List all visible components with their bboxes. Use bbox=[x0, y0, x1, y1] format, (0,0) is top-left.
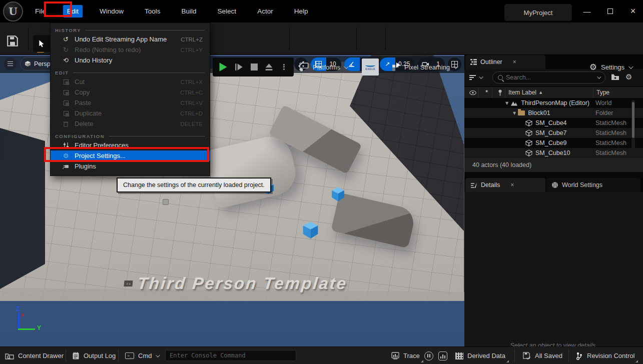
menu-item-delete[interactable]: Delete DELETE bbox=[51, 118, 210, 129]
outliner-row-mesh[interactable]: SM_Cube10 StaticMesh bbox=[464, 148, 643, 158]
maximize-button[interactable] bbox=[605, 7, 615, 16]
content-drawer-button[interactable]: Content Drawer bbox=[5, 347, 64, 364]
status-bar: Content Drawer Output Log >_ Cmd Trace D bbox=[0, 346, 643, 364]
outliner-filter-button[interactable] bbox=[469, 75, 482, 80]
sort-ascending-icon: ▲ bbox=[539, 90, 542, 94]
derived-data-icon bbox=[455, 352, 463, 360]
undo-history-icon: ⟲ bbox=[62, 56, 70, 64]
pixel-streaming-button[interactable]: Pixel Streaming bbox=[392, 58, 457, 76]
stop-button[interactable] bbox=[251, 64, 258, 70]
settings-label: Settings bbox=[601, 64, 624, 71]
menu-tools[interactable]: Tools bbox=[141, 5, 165, 18]
menu-item-cut[interactable]: Cut CTRL+X bbox=[51, 76, 210, 87]
play-button[interactable] bbox=[219, 62, 228, 72]
outliner-search[interactable] bbox=[492, 72, 605, 84]
outliner-scrollbar[interactable] bbox=[631, 100, 635, 155]
eject-button[interactable] bbox=[265, 63, 273, 71]
details-icon bbox=[470, 182, 477, 188]
platforms-button[interactable]: Platforms bbox=[298, 58, 347, 76]
content-drawer-icon bbox=[5, 352, 14, 360]
menu-select[interactable]: Select bbox=[214, 5, 241, 18]
menu-item-undo[interactable]: ↺ Undo Edit Streaming App Name CTRL+Z bbox=[51, 34, 210, 44]
settings-button[interactable]: ⚙ Settings bbox=[589, 58, 632, 76]
save-button[interactable] bbox=[6, 34, 19, 50]
details-panel-body: Select an object to view details. bbox=[464, 192, 643, 346]
project-tab[interactable]: MyProject bbox=[504, 4, 572, 21]
cube-icon bbox=[525, 120, 532, 126]
type-column-header[interactable]: Type bbox=[593, 87, 643, 98]
globe-icon bbox=[551, 182, 558, 188]
derived-data-button[interactable]: Derived Data bbox=[455, 347, 505, 364]
trace-button[interactable]: Trace bbox=[391, 347, 420, 364]
revision-control-button[interactable]: Revision Control bbox=[575, 347, 634, 364]
cmd-selector[interactable]: >_ Cmd bbox=[125, 347, 159, 364]
outliner-row-mesh[interactable]: SM_Cube9 StaticMesh bbox=[464, 138, 643, 148]
menu-actor[interactable]: Actor bbox=[253, 5, 277, 18]
menu-help[interactable]: Help bbox=[290, 5, 312, 18]
pin-column-header[interactable] bbox=[492, 87, 505, 98]
undo-icon: ↺ bbox=[62, 36, 70, 43]
cube-icon bbox=[525, 150, 532, 156]
tab-details[interactable]: Details × bbox=[465, 178, 545, 192]
menu-build[interactable]: Build bbox=[178, 5, 201, 18]
menu-item-redo[interactable]: ↻ Redo (Nothing to redo) CTRL+Y bbox=[51, 44, 210, 55]
chevron-down-icon bbox=[156, 353, 160, 357]
viewport-menu-button[interactable] bbox=[4, 58, 17, 70]
menu-item-paste[interactable]: Paste CTRL+V bbox=[51, 98, 210, 108]
favorite-column-header[interactable]: * bbox=[478, 87, 492, 98]
paste-icon bbox=[62, 100, 70, 106]
outliner-row-folder[interactable]: ▼ Block01 Folder bbox=[464, 108, 643, 118]
outliner-row-world[interactable]: ▼ ThirdPersonMap (Editor) World bbox=[464, 98, 643, 108]
menu-item-plugins[interactable]: Plugins bbox=[51, 161, 210, 172]
step-frame-button[interactable] bbox=[235, 63, 244, 71]
pixel-streaming-icon bbox=[392, 62, 401, 72]
outliner-column-header: * Item Label ▲ Type bbox=[464, 87, 643, 98]
menu-file[interactable]: File bbox=[31, 5, 50, 18]
eagle-plugin-button[interactable]: EAGLE bbox=[362, 58, 379, 76]
select-mode-button[interactable] bbox=[33, 35, 50, 52]
outliner-row-mesh[interactable]: SM_Cube4 StaticMesh bbox=[464, 118, 643, 128]
right-panel: Outliner × ⚙ bbox=[464, 55, 643, 346]
menu-item-editor-preferences[interactable]: Editor Preferences bbox=[51, 140, 210, 150]
duplicate-icon bbox=[62, 111, 70, 116]
play-options-button[interactable]: ⋮ bbox=[280, 62, 288, 72]
save-check-icon bbox=[522, 352, 531, 360]
window-controls: — × bbox=[582, 0, 638, 22]
insights-meter-button[interactable] bbox=[438, 347, 447, 364]
item-label-column-header[interactable]: Item Label ▲ bbox=[505, 87, 593, 98]
close-button[interactable]: × bbox=[628, 6, 638, 16]
search-input[interactable] bbox=[506, 74, 594, 81]
menu-item-project-settings[interactable]: ⚙ Project Settings... bbox=[51, 150, 210, 161]
close-tab-icon[interactable]: × bbox=[513, 58, 516, 66]
expander-icon[interactable]: ▼ bbox=[513, 111, 516, 116]
editor-preferences-icon bbox=[62, 142, 70, 148]
all-saved-button[interactable]: All Saved bbox=[522, 347, 562, 364]
menu-edit[interactable]: Edit bbox=[63, 5, 83, 18]
visibility-column-header[interactable] bbox=[464, 87, 478, 98]
outliner-row-mesh[interactable]: SM_Cube7 StaticMesh bbox=[464, 128, 643, 138]
tab-world-settings[interactable]: World Settings bbox=[546, 178, 640, 192]
close-tab-icon[interactable]: × bbox=[510, 182, 514, 188]
tab-outliner[interactable]: Outliner × bbox=[465, 55, 545, 69]
output-log-button[interactable]: Output Log bbox=[72, 347, 116, 364]
maximize-icon bbox=[607, 8, 613, 14]
outliner-tree: ▼ ThirdPersonMap (Editor) World ▼ Block0… bbox=[464, 98, 643, 158]
menu-section-edit: EDIT bbox=[51, 68, 210, 76]
minimize-button[interactable]: — bbox=[582, 7, 592, 16]
cursor-icon bbox=[38, 40, 45, 48]
eye-icon bbox=[469, 90, 476, 95]
angle-icon bbox=[348, 61, 355, 68]
expander-icon[interactable]: ▼ bbox=[505, 101, 508, 106]
folder-icon bbox=[518, 110, 525, 116]
insights-session-button[interactable] bbox=[424, 347, 433, 364]
menu-item-undo-history[interactable]: ⟲ Undo History bbox=[51, 55, 210, 66]
pause-circle-icon bbox=[424, 352, 433, 360]
edit-dropdown-menu: HISTORY ↺ Undo Edit Streaming App Name C… bbox=[50, 22, 210, 176]
menu-window[interactable]: Window bbox=[96, 5, 128, 18]
cube-icon bbox=[25, 60, 31, 67]
axis-gizmo: Z Y X bbox=[14, 308, 44, 338]
menu-item-copy[interactable]: Copy CTRL+C bbox=[51, 87, 210, 98]
menu-item-duplicate[interactable]: Duplicate CTRL+D bbox=[51, 108, 210, 118]
floor-title-text: Third Person Template bbox=[137, 274, 348, 293]
console-input[interactable] bbox=[170, 352, 292, 359]
